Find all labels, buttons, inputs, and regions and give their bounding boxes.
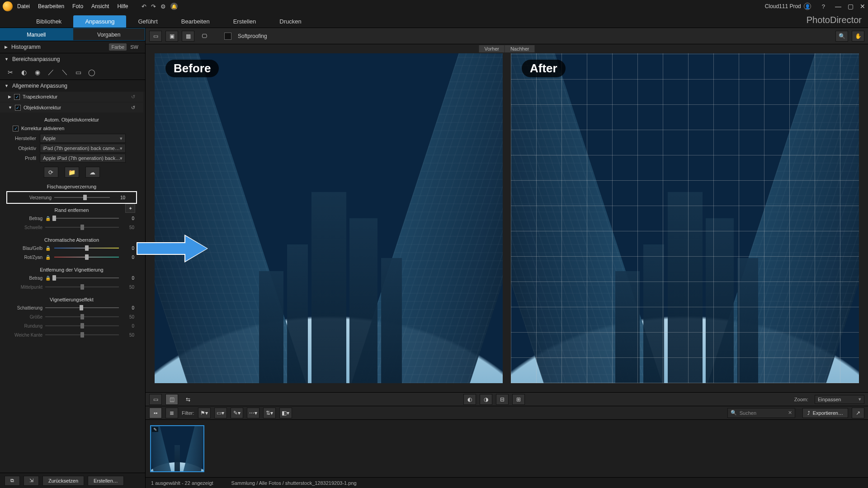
- zoom-tool-icon[interactable]: 🔍: [835, 31, 848, 42]
- module-edit[interactable]: Bearbeiten: [170, 15, 222, 28]
- gradient-tool-icon[interactable]: ＼: [58, 67, 71, 78]
- module-create[interactable]: Erstellen: [222, 15, 268, 28]
- radial-mask-icon[interactable]: ◯: [85, 67, 99, 78]
- module-print[interactable]: Drucken: [268, 15, 313, 28]
- group-keystone[interactable]: ▶ Trapezkorrektur ↺: [0, 92, 143, 102]
- after-badge: After: [522, 60, 566, 77]
- help-icon[interactable]: ?: [822, 3, 825, 10]
- export-button[interactable]: ⤴ Exportieren…: [802, 408, 848, 418]
- ba-horiz-icon[interactable]: ⊞: [512, 394, 525, 405]
- softproof-checkbox[interactable]: [224, 33, 231, 40]
- copy-settings-icon[interactable]: ⧉: [5, 476, 20, 486]
- minimize-icon[interactable]: —: [835, 3, 841, 10]
- section-region[interactable]: ▼ Bereichsanpassung: [0, 53, 145, 65]
- stack-icon[interactable]: ◧▾: [279, 408, 292, 418]
- histogram-mode-bw[interactable]: SW: [128, 43, 141, 51]
- size-slider: [45, 314, 119, 320]
- view-grid-icon[interactable]: ▦: [182, 31, 194, 42]
- redo-icon[interactable]: ↷: [151, 3, 156, 10]
- maker-dropdown[interactable]: Apple: [40, 134, 126, 143]
- view-single-icon[interactable]: ▭: [149, 31, 162, 42]
- menu-file[interactable]: Datei: [17, 3, 30, 9]
- ba-toggle-icon[interactable]: ◐: [463, 394, 476, 405]
- feather-label: Weiche Kante: [9, 333, 42, 338]
- by-slider[interactable]: [54, 245, 119, 251]
- strip-thumb-icon[interactable]: ▪▪: [149, 408, 162, 418]
- rc-slider[interactable]: [54, 254, 119, 260]
- refresh-profile-icon[interactable]: ⟳: [44, 167, 58, 178]
- before-tab[interactable]: Vorher: [479, 45, 505, 52]
- rect-mask-icon[interactable]: ▭: [71, 67, 85, 78]
- gear-icon[interactable]: ⚙: [160, 3, 166, 10]
- ba-split-icon[interactable]: ◑: [480, 394, 492, 405]
- reset-icon[interactable]: ↺: [131, 94, 135, 100]
- module-guided[interactable]: Geführt: [126, 15, 169, 28]
- brush-tool-icon[interactable]: ／: [44, 67, 58, 78]
- menu-photo[interactable]: Foto: [72, 3, 83, 9]
- pan-tool-icon[interactable]: ✋: [852, 31, 864, 42]
- profile-dropdown[interactable]: Apple iPad (7th generation) back…: [40, 154, 126, 163]
- tab-presets[interactable]: Vorgaben: [73, 28, 146, 41]
- maximize-icon[interactable]: ▢: [848, 3, 854, 10]
- menu-help[interactable]: Hilfe: [117, 3, 128, 9]
- thumbnail-selected[interactable]: ✎: [150, 425, 204, 472]
- account-button[interactable]: Cloud111 Prod 👤: [765, 3, 811, 10]
- filter-more-icon[interactable]: ⋯▾: [247, 408, 259, 418]
- lock-icon[interactable]: 🔒: [45, 216, 51, 221]
- lens-dropdown[interactable]: iPad (7th generation) back came…: [40, 144, 126, 153]
- bell-icon[interactable]: 🔔: [170, 3, 178, 10]
- filter-label-icon[interactable]: ▭▾: [214, 408, 227, 418]
- strip-list-icon[interactable]: ≣: [165, 408, 178, 418]
- group-lens[interactable]: ▼ Objektivkorrektur ↺: [0, 103, 143, 113]
- view-fit-icon[interactable]: ▣: [165, 31, 178, 42]
- image-viewer[interactable]: Vorher Nachher Before: [146, 44, 868, 392]
- share-icon[interactable]: ↗: [852, 408, 864, 418]
- search-input[interactable]: 🔍 Suchen ✕: [727, 408, 795, 418]
- before-badge: Before: [165, 60, 219, 77]
- clear-search-icon[interactable]: ✕: [788, 410, 792, 416]
- compare-single-icon[interactable]: ▭: [149, 394, 162, 405]
- vr-amount-slider[interactable]: [54, 275, 119, 281]
- after-tab[interactable]: Nachher: [505, 45, 535, 52]
- lock-icon[interactable]: 🔒: [45, 255, 51, 260]
- crop-tool-icon[interactable]: ✂: [4, 67, 17, 78]
- threshold-slider: [45, 224, 119, 230]
- undo-icon[interactable]: ↶: [142, 3, 146, 10]
- ba-vert-icon[interactable]: ⊟: [496, 394, 509, 405]
- lock-icon[interactable]: 🔒: [45, 246, 51, 251]
- sort-icon[interactable]: ⇅▾: [263, 408, 276, 418]
- view-secondary-icon[interactable]: 🖵: [198, 31, 211, 42]
- keystone-checkbox[interactable]: [14, 94, 20, 100]
- section-histogram[interactable]: ▶ Histogramm Farbe SW: [0, 41, 145, 53]
- shade-slider[interactable]: [45, 305, 119, 311]
- paste-settings-icon[interactable]: ⇲: [24, 476, 39, 486]
- module-adjust[interactable]: Anpassung: [73, 15, 126, 28]
- import-profile-icon[interactable]: 📁: [65, 167, 79, 178]
- menu-edit[interactable]: Bearbeiten: [38, 3, 64, 9]
- defringe-amount-slider[interactable]: [54, 215, 119, 221]
- create-preset-button[interactable]: Erstellen…: [88, 476, 124, 486]
- lens-checkbox[interactable]: [15, 105, 21, 111]
- compare-swap-icon[interactable]: ⇆: [182, 394, 194, 405]
- compare-split-icon[interactable]: ◫: [165, 394, 178, 405]
- spot-tool-icon[interactable]: ◐: [17, 67, 31, 78]
- reset-icon[interactable]: ↺: [131, 105, 135, 111]
- download-profile-icon[interactable]: ☁: [85, 167, 100, 178]
- eyedropper-icon[interactable]: ✦: [125, 204, 135, 213]
- export-icon: ⤴: [807, 410, 810, 416]
- zoom-dropdown[interactable]: Einpassen: [815, 395, 864, 404]
- by-value: 0: [122, 246, 134, 251]
- filter-edit-icon[interactable]: ✎▾: [231, 408, 243, 418]
- lock-icon[interactable]: 🔒: [45, 276, 51, 281]
- enable-correction-checkbox[interactable]: [13, 126, 19, 131]
- module-library[interactable]: Bibliothek: [24, 15, 73, 28]
- redeye-tool-icon[interactable]: ◉: [31, 67, 44, 78]
- distortion-slider[interactable]: [54, 194, 110, 201]
- filter-flag-icon[interactable]: ⚑▾: [198, 408, 211, 418]
- menu-view[interactable]: Ansicht: [91, 3, 109, 9]
- close-icon[interactable]: ✕: [860, 3, 865, 10]
- section-general[interactable]: ▼ Allgemeine Anpassung: [0, 80, 145, 92]
- tab-manual[interactable]: Manuell: [0, 28, 73, 41]
- histogram-mode-color[interactable]: Farbe: [109, 43, 127, 51]
- reset-button[interactable]: Zurücksetzen: [42, 476, 84, 486]
